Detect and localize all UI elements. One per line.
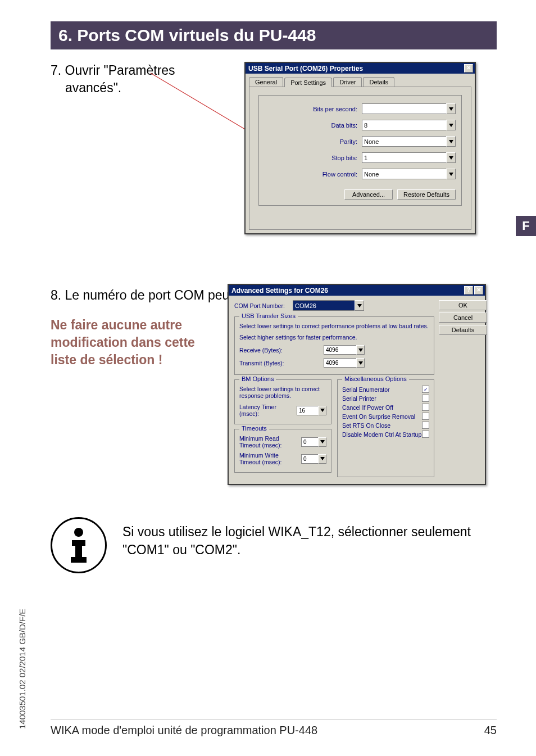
chevron-down-icon[interactable] [318,437,326,447]
bm-note: Select lower settings to correct respons… [239,386,326,399]
svg-rect-18 [71,557,87,563]
min-write-select[interactable] [301,454,326,464]
databits-value[interactable] [362,120,446,130]
bm-group-label: BM Options [239,375,276,382]
misc-group-label: Miscellaneous Options [342,375,409,382]
dialog1-title: USB Serial Port (COM26) Properties [248,65,363,73]
doc-id: 14003501.02 02/2014 GB/D/F/E [17,609,27,729]
restore-defaults-button[interactable]: Restore Defaults [397,189,456,200]
ok-button[interactable]: OK [439,300,487,310]
flow-value[interactable] [362,169,446,179]
dialog2-titlebar: Advanced Settings for COM26 ? ✕ [229,285,485,296]
latency-value[interactable] [297,406,318,415]
dialog1-tabs: General Port Settings Driver Details [246,74,475,87]
misc-option-row: Disable Modem Ctrl At Startup [342,431,429,438]
checkbox[interactable] [422,395,429,402]
svg-rect-17 [75,540,82,559]
chevron-down-icon[interactable] [356,358,365,368]
min-write-label: Minimum Write Timeout (msec): [239,452,301,465]
chevron-down-icon[interactable] [446,169,456,179]
svg-marker-7 [449,156,453,160]
flow-select[interactable] [362,169,456,179]
dialog1-titlebar: USB Serial Port (COM26) Properties ✕ [246,63,475,74]
chevron-down-icon[interactable] [446,120,456,130]
chevron-down-icon[interactable] [356,345,365,355]
min-write-value[interactable] [301,454,318,464]
svg-marker-10 [358,348,363,352]
properties-dialog: USB Serial Port (COM26) Properties ✕ Gen… [244,62,476,234]
databits-label: Data bits: [265,122,362,129]
com-port-select[interactable] [293,300,364,311]
tab-driver[interactable]: Driver [333,77,362,87]
tab-general[interactable]: General [249,77,283,87]
misc-option-label: Disable Modem Ctrl At Startup [342,431,421,438]
chevron-down-icon[interactable] [318,406,326,415]
language-tab: F [516,216,536,236]
svg-marker-9 [357,304,362,307]
misc-option-label: Serial Enumerator [342,386,390,393]
latency-select[interactable] [297,406,326,415]
svg-marker-6 [449,140,453,143]
page-number: 45 [484,724,497,737]
checkbox[interactable]: ✓ [422,386,429,393]
close-icon[interactable]: ✕ [464,64,473,73]
parity-select[interactable] [362,136,456,147]
stopbits-select[interactable] [362,152,456,163]
receive-select[interactable] [324,345,365,355]
svg-marker-4 [449,107,453,111]
min-read-select[interactable] [301,437,326,447]
help-icon[interactable]: ? [464,286,473,295]
databits-select[interactable] [362,120,456,130]
tab-port-settings[interactable]: Port Settings [284,78,332,87]
misc-option-label: Event On Surprise Removal [342,413,415,420]
advanced-button[interactable]: Advanced... [344,189,393,200]
stopbits-value[interactable] [362,152,446,163]
svg-marker-14 [320,457,325,460]
misc-option-row: Event On Surprise Removal [342,413,429,420]
svg-marker-13 [320,440,325,443]
transmit-label: Transmit (Bytes): [239,360,324,366]
misc-option-row: Serial Printer [342,395,429,402]
advanced-settings-dialog: Advanced Settings for COM26 ? ✕ COM Port… [228,284,486,485]
transmit-select[interactable] [324,358,365,368]
misc-options-group: Miscellaneous Options Serial Enumerator✓… [337,379,434,477]
com-port-label: COM Port Number: [234,302,293,309]
checkbox[interactable] [422,431,429,438]
usb-note2: Select higher settings for faster perfor… [239,334,429,341]
svg-marker-8 [449,173,453,176]
chevron-down-icon[interactable] [446,103,456,114]
cancel-button[interactable]: Cancel [439,313,487,323]
svg-marker-12 [320,409,325,412]
checkbox[interactable] [422,422,429,429]
checkbox[interactable] [422,404,429,411]
tab-details[interactable]: Details [363,77,394,87]
bm-options-group: BM Options Select lower settings to corr… [234,379,331,424]
close-icon[interactable]: ✕ [474,286,483,295]
com-port-value[interactable] [293,300,355,311]
chevron-down-icon[interactable] [446,152,456,163]
info-icon [51,517,107,573]
min-read-value[interactable] [301,437,318,447]
svg-point-15 [74,528,83,537]
timeouts-group-label: Timeouts [239,425,269,432]
svg-marker-11 [358,361,363,365]
parity-label: Parity: [265,138,362,145]
receive-value[interactable] [324,345,356,355]
misc-option-label: Cancel If Power Off [342,404,393,411]
misc-option-row: Set RTS On Close [342,422,429,429]
latency-label: Latency Timer (msec): [239,404,297,417]
bps-value[interactable] [362,103,446,114]
parity-value[interactable] [362,136,446,147]
transmit-value[interactable] [324,358,356,368]
chevron-down-icon[interactable] [355,300,364,311]
info-text: Si vous utilisez le logiciel WIKA_T12, s… [122,517,489,559]
chevron-down-icon[interactable] [446,136,456,147]
chevron-down-icon[interactable] [318,454,326,464]
section-heading: 6. Ports COM virtuels du PU-448 [51,21,497,49]
dialog2-title: Advanced Settings for COM26 [231,287,328,295]
bps-select[interactable] [362,103,456,114]
checkbox[interactable] [422,413,429,420]
step7-text: 7. Ouvrir "Paramètres avancés". [51,62,175,97]
receive-label: Receive (Bytes): [239,347,324,354]
defaults-button[interactable]: Defaults [439,325,487,335]
